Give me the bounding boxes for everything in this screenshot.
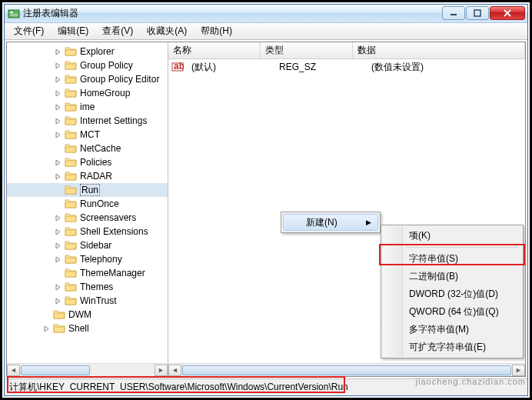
expander-icon[interactable]: [53, 296, 62, 305]
titlebar[interactable]: 注册表编辑器: [5, 5, 527, 23]
ctx-label: 可扩充字符串值(E): [409, 341, 486, 354]
ctx-label: DWORD (32-位)值(D): [409, 288, 498, 301]
tree-item[interactable]: RADAR: [7, 169, 168, 183]
expander-icon[interactable]: [42, 324, 51, 333]
tree-item[interactable]: Shell Extensions: [7, 225, 168, 238]
tree-item-label: DWM: [68, 309, 91, 320]
tree-item-label: Screensavers: [80, 212, 136, 223]
context-item-binary[interactable]: 二进制值(B): [383, 268, 521, 285]
menu-view[interactable]: 查看(V): [96, 23, 139, 39]
value-type: REG_SZ: [274, 62, 367, 72]
tree-item[interactable]: Shell: [7, 322, 168, 335]
context-item-string[interactable]: 字符串值(S): [383, 250, 521, 268]
column-type[interactable]: 类型: [261, 42, 353, 58]
tree-view[interactable]: ExplorerGroup PolicyGroup Policy EditorH…: [7, 42, 168, 363]
list-row[interactable]: ab (默认) REG_SZ (数值未设置): [168, 59, 525, 75]
expander-icon[interactable]: [53, 227, 62, 236]
expander-icon[interactable]: [53, 241, 62, 250]
scroll-thumb[interactable]: [21, 365, 90, 375]
column-name[interactable]: 名称: [168, 42, 261, 58]
expander-icon[interactable]: [53, 172, 62, 181]
tree-item-label: Explorer: [80, 46, 115, 57]
tree-item[interactable]: RunOnce: [7, 197, 168, 211]
window-title: 注册表编辑器: [23, 7, 441, 20]
context-item-dword[interactable]: DWORD (32-位)值(D): [383, 285, 521, 303]
tree-item[interactable]: MCT: [7, 128, 168, 142]
expander-icon[interactable]: [53, 88, 62, 98]
scroll-right-button[interactable]: ►: [155, 365, 168, 376]
close-button[interactable]: [490, 6, 525, 20]
context-item-new[interactable]: 新建(N) ▶: [283, 214, 378, 231]
expander-icon[interactable]: [53, 255, 62, 264]
svg-rect-5: [474, 10, 480, 16]
scroll-left-button[interactable]: ◄: [168, 365, 181, 376]
tree-scrollbar-horizontal[interactable]: ◄ ►: [7, 363, 168, 376]
tree-item[interactable]: ThemeManager: [7, 266, 168, 280]
context-item-qword[interactable]: QWORD (64 位)值(Q): [383, 303, 521, 321]
menu-edit[interactable]: 编辑(E): [52, 23, 95, 39]
tree-item-label: MCT: [80, 129, 100, 140]
ctx-label: 二进制值(B): [409, 270, 458, 283]
list-body[interactable]: ab (默认) REG_SZ (数值未设置) 新建(N) ▶ 项(K): [168, 59, 525, 363]
maximize-button[interactable]: [466, 6, 489, 20]
tree-item[interactable]: Run: [7, 183, 168, 197]
scroll-left-button[interactable]: ◄: [7, 365, 20, 376]
context-item-key[interactable]: 项(K): [383, 227, 521, 245]
submenu-arrow-icon: ▶: [366, 218, 371, 226]
scroll-right-button[interactable]: ►: [512, 365, 525, 376]
tree-item[interactable]: Screensavers: [7, 211, 168, 225]
expander-icon[interactable]: [53, 102, 62, 112]
tree-item[interactable]: DWM: [7, 308, 168, 322]
tree-item-label: Internet Settings: [80, 115, 147, 126]
tree-item[interactable]: Sidebar: [7, 238, 168, 252]
tree-item[interactable]: HomeGroup: [7, 86, 168, 100]
expander-icon[interactable]: [53, 61, 62, 70]
menu-help[interactable]: 帮助(H): [195, 23, 238, 39]
tree-item[interactable]: Themes: [7, 280, 168, 294]
context-item-multi[interactable]: 多字符串值(M): [383, 321, 521, 338]
tree-item-label: WinTrust: [80, 295, 117, 306]
folder-icon: [65, 295, 77, 306]
tree-item-label: HomeGroup: [80, 88, 130, 98]
expander-icon[interactable]: [53, 213, 62, 222]
scroll-thumb[interactable]: [182, 365, 511, 375]
folder-icon: [65, 102, 77, 112]
context-submenu: 新建(N) ▶: [281, 212, 381, 233]
tree-item-label: Group Policy: [80, 60, 133, 71]
tree-pane: ExplorerGroup PolicyGroup Policy EditorH…: [7, 42, 168, 376]
expander-icon[interactable]: [53, 116, 62, 125]
menu-favorites[interactable]: 收藏夹(A): [141, 23, 193, 39]
tree-item[interactable]: Telephony: [7, 252, 168, 266]
tree-item[interactable]: ime: [7, 100, 168, 114]
tree-item[interactable]: Group Policy: [7, 58, 168, 72]
minimize-button[interactable]: [442, 6, 465, 20]
folder-icon: [53, 309, 65, 320]
folder-icon: [65, 157, 77, 168]
tree-item[interactable]: WinTrust: [7, 294, 168, 308]
column-data[interactable]: 数据: [353, 42, 525, 58]
expander-icon[interactable]: [53, 75, 62, 84]
tree-item[interactable]: Policies: [7, 155, 168, 169]
svg-rect-4: [451, 14, 457, 15]
tree-item-label: Shell: [68, 323, 89, 334]
expander-icon[interactable]: [53, 47, 62, 56]
folder-icon: [65, 115, 77, 126]
menu-file[interactable]: 文件(F): [8, 23, 50, 39]
tree-item[interactable]: Group Policy Editor: [7, 72, 168, 86]
expander-icon[interactable]: [53, 130, 62, 139]
tree-item[interactable]: NetCache: [7, 142, 168, 155]
ctx-label: 项(K): [409, 229, 431, 242]
tree-item-label: Themes: [80, 282, 113, 292]
watermark-text: jiaocheng.chazidian.com: [416, 377, 526, 386]
tree-item-label: Shell Extensions: [80, 226, 148, 237]
list-scrollbar-horizontal[interactable]: ◄ ►: [168, 363, 525, 376]
ctx-label: 多字符串值(M): [409, 323, 469, 336]
svg-rect-3: [10, 15, 18, 16]
expander-icon[interactable]: [53, 282, 62, 292]
tree-item[interactable]: Internet Settings: [7, 114, 168, 128]
tree-item[interactable]: Explorer: [7, 45, 168, 58]
folder-icon: [65, 282, 77, 292]
context-item-expand[interactable]: 可扩充字符串值(E): [383, 338, 521, 356]
value-name: (默认): [187, 61, 274, 74]
expander-icon[interactable]: [53, 158, 62, 167]
